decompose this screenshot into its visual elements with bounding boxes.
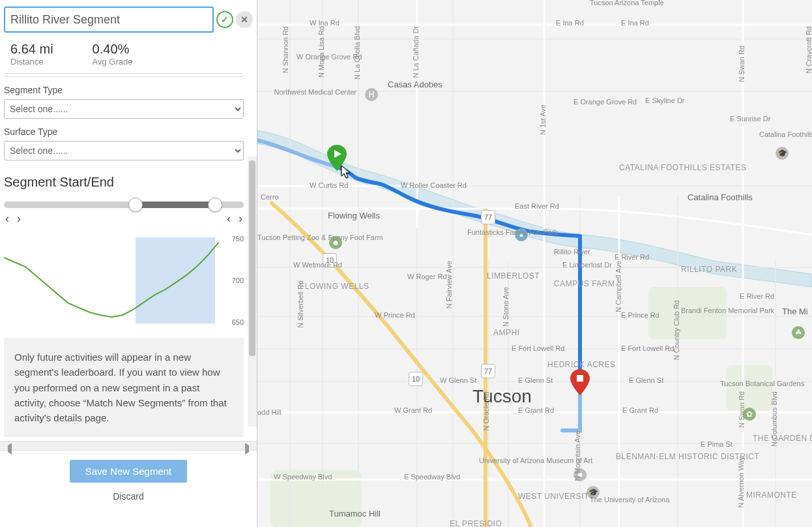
hwy-77-shield: 77 (481, 210, 495, 224)
slider-end-knob[interactable] (208, 198, 222, 212)
segment-name-input[interactable] (4, 7, 214, 33)
segment-editor-sidebar: ✓ ✕ 6.64 mi Distance 0.40% Avg Grade Seg… (0, 0, 257, 527)
grade-stat: 0.40% Avg Grade (93, 42, 133, 67)
distance-label: Distance (10, 57, 53, 67)
segment-type-select[interactable]: Select one...... (4, 99, 244, 119)
petting-zoo-poi-icon: ☻ (329, 236, 342, 249)
route-end-pin[interactable] (570, 369, 590, 395)
ua-poi-icon: 🎓 (587, 486, 600, 499)
start-end-title: Segment Start/End (4, 175, 244, 190)
funtasticks-poi-icon: ● (515, 228, 528, 241)
start-end-slider[interactable] (4, 202, 244, 208)
start-nudge-right-icon[interactable]: › (16, 212, 22, 226)
sidebar-scroll-area[interactable]: Segment Type Select one...... Surface Ty… (4, 73, 253, 437)
svg-rect-36 (577, 375, 583, 382)
segment-type-label: Segment Type (4, 85, 244, 95)
elevation-chart: 750 700 650 (4, 235, 244, 326)
distance-stat: 6.64 mi Distance (10, 42, 53, 67)
confirm-name-icon[interactable]: ✓ (216, 11, 233, 28)
horizontal-scrollbar[interactable] (0, 441, 257, 450)
svg-rect-3 (270, 470, 362, 527)
start-nudge-left-icon[interactable]: ‹ (4, 212, 10, 226)
slider-start-knob[interactable] (128, 198, 143, 212)
grade-label: Avg Grade (93, 57, 133, 67)
save-segment-button[interactable]: Save New Segment (70, 460, 188, 483)
surface-type-select[interactable]: Select one...... (4, 141, 244, 160)
cancel-name-icon[interactable]: ✕ (236, 11, 253, 28)
end-nudge-right-icon[interactable]: › (237, 212, 244, 226)
info-note: Only future activities will appear in a … (4, 338, 244, 437)
catalina-hs-poi-icon: 🎓 (776, 147, 789, 160)
hospital-poi-icon: H (365, 88, 378, 101)
svg-rect-2 (727, 365, 772, 411)
svg-rect-1 (648, 287, 727, 339)
discard-button[interactable]: Discard (109, 490, 147, 502)
grade-value: 0.40% (93, 42, 133, 57)
route-start-pin[interactable] (327, 145, 347, 171)
hwy-77-shield-2: 77 (481, 364, 495, 378)
surface-type-label: Surface Type (4, 127, 244, 137)
brandi-poi-icon: ☘ (792, 326, 805, 339)
map-canvas[interactable]: 10 10 77 77 H ☻ ● 🎓 ■ 🎓 ✿ ☘ Tucson W Ina… (257, 0, 812, 527)
collapsed-card (4, 73, 244, 77)
hwy-10-shield: 10 (323, 253, 337, 267)
elev-tick-650: 650 (232, 318, 244, 326)
elev-tick-750: 750 (232, 235, 244, 243)
distance-value: 6.64 mi (10, 42, 53, 57)
end-nudge-left-icon[interactable]: ‹ (225, 212, 232, 226)
hwy-10-shield-2: 10 (409, 372, 423, 386)
botanical-poi-icon: ✿ (743, 408, 756, 421)
elev-tick-700: 700 (232, 277, 244, 284)
vertical-scrollbar[interactable] (248, 157, 257, 427)
museum-poi-icon: ■ (573, 468, 587, 481)
